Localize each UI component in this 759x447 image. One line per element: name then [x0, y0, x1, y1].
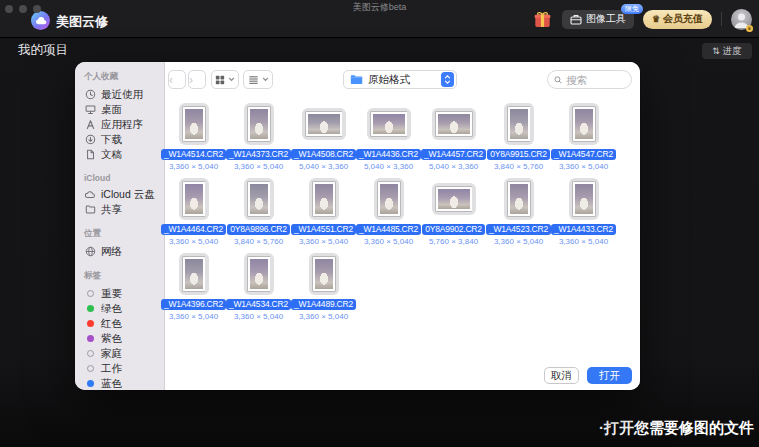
file-item[interactable]: _W1A4489.CR23,360 × 5,040	[291, 250, 356, 325]
file-name: _W1A4396.CR2	[161, 299, 226, 310]
file-thumbnail[interactable]	[179, 103, 209, 145]
file-item[interactable]: _W1A4551.CR23,360 × 5,040	[291, 175, 356, 250]
file-item[interactable]: _W1A4396.CR23,360 × 5,040	[161, 250, 226, 325]
file-thumbnail[interactable]	[432, 183, 476, 215]
sidebar-item[interactable]: 蓝色	[84, 376, 164, 390]
photo-preview	[436, 187, 472, 211]
file-thumbnail[interactable]	[569, 178, 599, 220]
file-item[interactable]: _W1A4514.CR23,360 × 5,040	[161, 100, 226, 175]
file-thumbnail[interactable]	[374, 178, 404, 220]
sidebar-item-label: 桌面	[101, 103, 122, 117]
file-item[interactable]: _W1A4534.CR23,360 × 5,040	[226, 250, 291, 325]
sidebar-item-label: iCloud 云盘	[101, 188, 155, 202]
search-input[interactable]	[566, 74, 625, 86]
sidebar-item[interactable]: 紫色	[84, 331, 164, 346]
progress-button[interactable]: ⇅ 进度	[702, 43, 752, 59]
file-item[interactable]: 0Y8A9902.CR25,760 × 3,840	[421, 175, 486, 250]
file-thumbnail[interactable]	[309, 253, 339, 295]
file-item[interactable]: _W1A4508.CR25,040 × 3,360	[291, 100, 356, 175]
search-field[interactable]	[547, 70, 632, 89]
file-name: _W1A4514.CR2	[161, 149, 226, 160]
file-thumbnail[interactable]	[302, 108, 346, 140]
file-thumbnail[interactable]	[309, 178, 339, 220]
sidebar-item[interactable]: 应用程序	[84, 117, 164, 132]
file-item[interactable]: _W1A4464.CR23,360 × 5,040	[161, 175, 226, 250]
dropdown-stepper-icon[interactable]	[441, 72, 454, 87]
tag-dot	[84, 380, 96, 387]
sidebar-item[interactable]: 共享	[84, 202, 164, 217]
file-thumbnail[interactable]	[367, 108, 411, 140]
file-name: _W1A4551.CR2	[291, 224, 356, 235]
file-thumbnail[interactable]	[179, 178, 209, 220]
zoom-window-button[interactable]	[33, 5, 41, 13]
tag-dot	[84, 290, 96, 297]
file-thumbnail[interactable]	[504, 178, 534, 220]
forward-button[interactable]: ›	[188, 70, 206, 89]
sidebar-item[interactable]: 绿色	[84, 301, 164, 316]
sidebar-item[interactable]: 桌面	[84, 102, 164, 117]
file-name: _W1A4457.CR2	[421, 149, 486, 160]
file-item[interactable]: _W1A4523.CR23,360 × 5,040	[486, 175, 551, 250]
sidebar-section-header: 位置	[84, 228, 164, 240]
file-dimensions: 3,360 × 5,040	[551, 237, 616, 246]
sidebar-item[interactable]: 文稿	[84, 147, 164, 162]
location-dropdown[interactable]: 原始格式	[343, 70, 457, 89]
chevron-down-icon	[228, 77, 235, 82]
sidebar-item[interactable]: 红色	[84, 316, 164, 331]
tag-dot	[84, 335, 96, 342]
sidebar-item[interactable]: 家庭	[84, 346, 164, 361]
file-name: _W1A4489.CR2	[291, 299, 356, 310]
avatar-vip-badge: ♛	[746, 25, 753, 32]
file-thumbnail[interactable]	[179, 253, 209, 295]
file-dimensions: 5,760 × 3,840	[421, 237, 486, 246]
file-item[interactable]: 0Y8A9896.CR23,840 × 5,760	[226, 175, 291, 250]
photo-preview	[183, 257, 205, 291]
file-dimensions: 3,360 × 5,040	[551, 162, 616, 171]
sidebar-item[interactable]: 重要	[84, 286, 164, 301]
file-item[interactable]: _W1A4373.CR23,360 × 5,040	[226, 100, 291, 175]
grid-view-icon	[215, 75, 225, 85]
sidebar-item[interactable]: 最近使用	[84, 87, 164, 102]
crown-icon: ♛	[652, 15, 660, 24]
file-thumbnail[interactable]	[569, 103, 599, 145]
file-item[interactable]: _W1A4436.CR25,040 × 3,360	[356, 100, 421, 175]
file-item[interactable]: _W1A4485.CR23,360 × 5,040	[356, 175, 421, 250]
back-button[interactable]: ‹	[168, 70, 186, 89]
file-name: 0Y8A9902.CR2	[422, 224, 485, 235]
file-thumbnail[interactable]	[244, 103, 274, 145]
icon-view-button[interactable]	[211, 70, 239, 89]
open-button[interactable]: 打开	[587, 367, 632, 384]
toolbox-icon	[570, 14, 582, 25]
sidebar-item[interactable]: 网络	[84, 244, 164, 259]
group-view-button[interactable]	[243, 70, 273, 89]
cancel-button[interactable]: 取消	[544, 367, 579, 384]
close-window-button[interactable]	[5, 5, 13, 13]
file-thumbnail[interactable]	[504, 103, 534, 145]
sidebar-item[interactable]: 下载	[84, 132, 164, 147]
app-window: 美图云修beta 美图云修 图像工具 限免 ♛	[0, 0, 759, 447]
sidebar-item-label: 家庭	[101, 347, 122, 361]
traffic-lights	[5, 5, 41, 13]
file-item[interactable]: _W1A4457.CR25,040 × 3,360	[421, 100, 486, 175]
file-name: _W1A4523.CR2	[486, 224, 551, 235]
file-item[interactable]: 0Y8A9915.CR23,840 × 5,760	[486, 100, 551, 175]
sidebar-section-header: iCloud	[84, 173, 164, 183]
file-dimensions: 3,360 × 5,040	[291, 312, 356, 321]
sidebar-item[interactable]: 工作	[84, 361, 164, 376]
file-thumbnail[interactable]	[432, 108, 476, 140]
file-item[interactable]: _W1A4433.CR23,360 × 5,040	[551, 175, 616, 250]
globe-icon	[84, 246, 96, 257]
dialog-sidebar: 个人收藏最近使用桌面应用程序下载文稿iCloudiCloud 云盘共享位置网络标…	[75, 62, 165, 390]
file-name: _W1A4485.CR2	[356, 224, 421, 235]
sidebar-item-label: 文稿	[101, 148, 122, 162]
file-name: 0Y8A9896.CR2	[227, 224, 290, 235]
minimize-window-button[interactable]	[19, 5, 27, 13]
file-thumbnail[interactable]	[244, 178, 274, 220]
tag-dot	[84, 365, 96, 372]
sidebar-item-label: 蓝色	[101, 377, 122, 391]
file-item[interactable]: _W1A4547.CR23,360 × 5,040	[551, 100, 616, 175]
file-name: _W1A4464.CR2	[161, 224, 226, 235]
sidebar-item-label: 绿色	[101, 302, 122, 316]
file-thumbnail[interactable]	[244, 253, 274, 295]
sidebar-item[interactable]: iCloud 云盘	[84, 187, 164, 202]
